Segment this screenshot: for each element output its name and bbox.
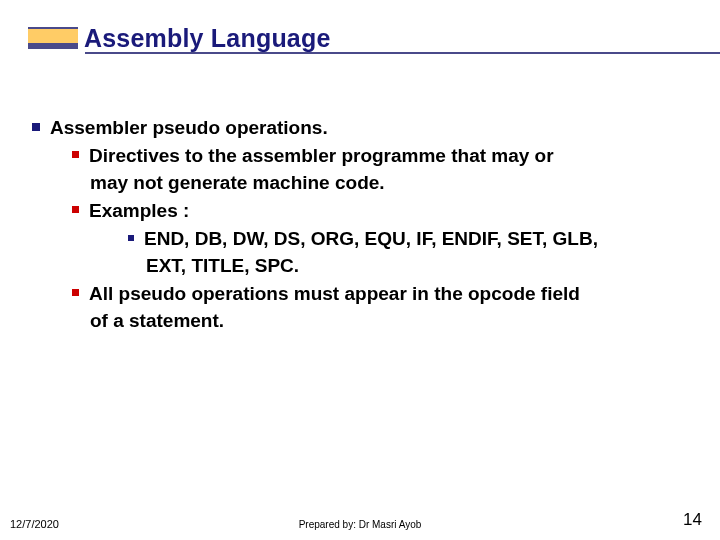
slide-title: Assembly Language xyxy=(84,24,331,53)
title-bar: Assembly Language xyxy=(28,21,720,55)
footer: 12/7/2020 Prepared by: Dr Masri Ayob 14 xyxy=(0,510,720,530)
bullet-wrap: may not generate machine code. xyxy=(90,170,702,196)
square-bullet-icon xyxy=(128,235,134,241)
page-number: 14 xyxy=(683,510,702,530)
bullet-wrap: EXT, TITLE, SPC. xyxy=(146,253,702,279)
square-bullet-icon xyxy=(32,123,40,131)
title-accent-block xyxy=(28,27,78,49)
bullet-level3: END, DB, DW, DS, ORG, EQU, IF, ENDIF, SE… xyxy=(128,226,702,252)
footer-date: 12/7/2020 xyxy=(10,518,59,530)
square-bullet-icon xyxy=(72,206,79,213)
bullet-text: END, DB, DW, DS, ORG, EQU, IF, ENDIF, SE… xyxy=(144,228,598,249)
bullet-text: may not generate machine code. xyxy=(90,172,385,193)
bullet-level2: All pseudo operations must appear in the… xyxy=(72,281,702,307)
bullet-level1: Assembler pseudo operations. xyxy=(32,115,702,141)
bullet-level2: Examples : xyxy=(72,198,702,224)
bullet-text: of a statement. xyxy=(90,310,224,331)
bullet-text: Examples : xyxy=(89,200,189,221)
bullet-text: All pseudo operations must appear in the… xyxy=(89,283,580,304)
slide-content: Assembler pseudo operations. Directives … xyxy=(32,115,702,336)
bullet-text: Directives to the assembler programme th… xyxy=(89,145,554,166)
heading-text: Assembler pseudo operations. xyxy=(50,117,328,138)
bullet-wrap: of a statement. xyxy=(90,308,702,334)
bullet-text: EXT, TITLE, SPC. xyxy=(146,255,299,276)
square-bullet-icon xyxy=(72,151,79,158)
bullet-level2: Directives to the assembler programme th… xyxy=(72,143,702,169)
title-underline xyxy=(85,52,720,54)
square-bullet-icon xyxy=(72,289,79,296)
footer-prepared-by: Prepared by: Dr Masri Ayob xyxy=(299,519,422,530)
